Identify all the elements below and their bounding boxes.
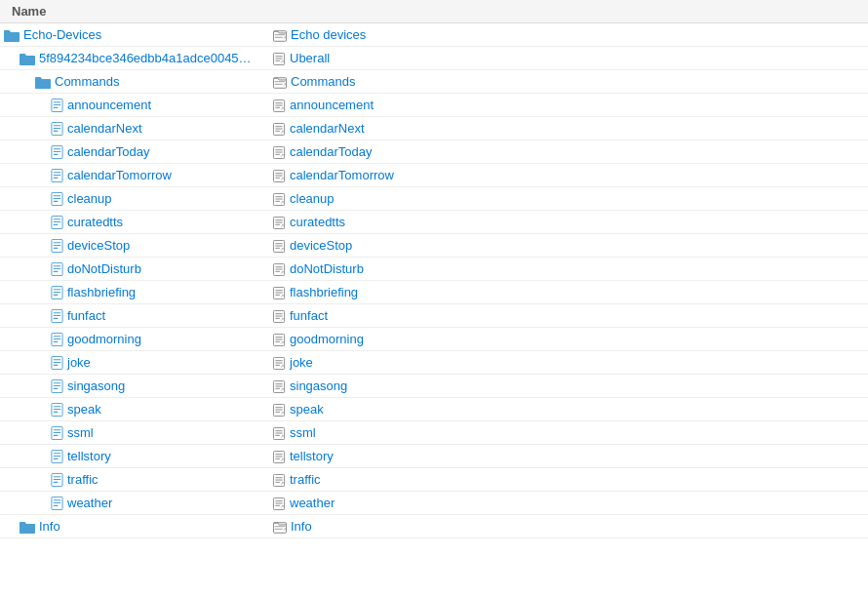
item-label[interactable]: cleanup <box>67 191 112 206</box>
ref-file-icon: ↗ <box>273 121 290 136</box>
list-item[interactable]: Commands ↗ Commands <box>0 70 868 94</box>
ref-label[interactable]: tellstory <box>290 449 334 463</box>
list-item[interactable]: traffic ↗ traffic <box>0 468 868 492</box>
list-item[interactable]: speak ↗ speak <box>0 398 868 421</box>
file-icon <box>51 449 67 464</box>
item-label[interactable]: traffic <box>67 472 99 487</box>
ref-label[interactable]: singasong <box>290 378 347 393</box>
file-icon <box>51 402 67 418</box>
cell-name: goodmorning <box>0 332 273 347</box>
item-label[interactable]: curatedtts <box>67 215 123 229</box>
list-item[interactable]: ssml ↗ ssml <box>0 421 868 445</box>
list-item[interactable]: calendarNext ↗ calendarNext <box>0 117 868 140</box>
cell-name: speak <box>0 402 273 418</box>
list-item[interactable]: doNotDisturb ↗ doNotDisturb <box>0 258 868 281</box>
item-label[interactable]: tellstory <box>67 449 111 463</box>
list-item[interactable]: deviceStop ↗ deviceStop <box>0 234 868 258</box>
cell-name: calendarToday <box>0 144 273 160</box>
list-item[interactable]: joke ↗ joke <box>0 351 868 375</box>
ref-file-icon: ↗ <box>273 355 290 370</box>
item-label[interactable]: calendarTomorrow <box>67 168 172 182</box>
list-item[interactable]: flashbriefing ↗ flashbriefing <box>0 281 868 304</box>
ref-label[interactable]: Info <box>291 519 312 534</box>
item-label[interactable]: calendarNext <box>67 121 142 136</box>
ref-file-icon: ↗ <box>273 308 290 323</box>
item-label[interactable]: doNotDisturb <box>67 261 141 276</box>
file-icon <box>51 285 67 300</box>
svg-text:↗: ↗ <box>280 60 284 64</box>
item-label[interactable]: weather <box>67 496 112 510</box>
item-label[interactable]: Info <box>39 519 60 534</box>
ref-label[interactable]: curatedtts <box>290 215 345 229</box>
ref-label[interactable]: deviceStop <box>290 238 352 253</box>
ref-label[interactable]: funfact <box>290 308 328 323</box>
ref-file-icon: ↗ <box>273 191 290 206</box>
ref-file-icon: ↗ <box>273 238 290 253</box>
cell-ref: ↗ joke <box>273 355 868 370</box>
list-item[interactable]: curatedtts ↗ curatedtts <box>0 211 868 234</box>
ref-label[interactable]: ssml <box>290 425 316 440</box>
cell-name: cleanup <box>0 191 273 207</box>
svg-text:↗: ↗ <box>280 434 284 439</box>
list-item[interactable]: announcement ↗ announcement <box>0 94 868 117</box>
item-label[interactable]: flashbriefing <box>67 285 136 299</box>
ref-label[interactable]: flashbriefing <box>290 285 358 299</box>
ref-label[interactable]: calendarToday <box>290 144 373 159</box>
svg-text:↗: ↗ <box>280 223 284 228</box>
list-item[interactable]: goodmorning ↗ goodmorning <box>0 328 868 351</box>
svg-text:↗: ↗ <box>280 106 284 111</box>
cell-ref: ↗ calendarTomorrow <box>273 168 868 182</box>
ref-label[interactable]: Uberall <box>290 51 330 65</box>
table-header: Name <box>0 0 868 23</box>
item-label[interactable]: Commands <box>55 74 119 89</box>
item-label[interactable]: ssml <box>67 425 94 440</box>
ref-label[interactable]: speak <box>290 402 324 417</box>
list-item[interactable]: 5f894234bce346edbb4a1adce0045… ↗ Uberall <box>0 47 868 70</box>
cell-name: weather <box>0 496 273 511</box>
ref-file-icon: ↗ <box>273 51 290 65</box>
list-item[interactable]: cleanup ↗ cleanup <box>0 187 868 211</box>
list-item[interactable]: calendarTomorrow ↗ calendarTomorrow <box>0 164 868 187</box>
item-label[interactable]: speak <box>67 402 101 417</box>
ref-label[interactable]: goodmorning <box>290 332 364 346</box>
file-icon <box>51 121 67 137</box>
svg-text:↗: ↗ <box>280 294 284 298</box>
ref-label[interactable]: Echo devices <box>291 27 366 42</box>
col-name-header: Name <box>8 4 281 19</box>
list-item[interactable]: tellstory ↗ tellstory <box>0 445 868 468</box>
svg-text:↗: ↗ <box>280 247 284 252</box>
item-label[interactable]: 5f894234bce346edbb4a1adce0045… <box>39 51 252 65</box>
cell-ref: ↗ calendarToday <box>273 144 868 159</box>
item-label[interactable]: Echo-Devices <box>23 27 101 42</box>
ref-label[interactable]: cleanup <box>290 191 335 206</box>
ref-label[interactable]: doNotDisturb <box>290 261 364 276</box>
ref-label[interactable]: traffic <box>290 472 321 487</box>
ref-label[interactable]: Commands <box>291 74 355 89</box>
item-label[interactable]: announcement <box>67 98 151 112</box>
ref-label[interactable]: announcement <box>290 98 374 112</box>
ref-label[interactable]: weather <box>290 496 335 510</box>
ref-folder-icon: ↗ <box>273 27 291 42</box>
svg-text:↗: ↗ <box>280 270 284 275</box>
svg-text:↗: ↗ <box>280 153 284 158</box>
list-item[interactable]: Echo-Devices ↗ Echo devices <box>0 23 868 47</box>
file-icon <box>51 425 67 441</box>
ref-folder-icon: ↗ <box>273 519 291 534</box>
item-label[interactable]: calendarToday <box>67 144 150 159</box>
cell-ref: ↗ doNotDisturb <box>273 261 868 276</box>
file-icon <box>51 472 67 488</box>
item-label[interactable]: singasong <box>67 378 125 393</box>
item-label[interactable]: goodmorning <box>67 332 141 346</box>
list-item[interactable]: singasong ↗ singasong <box>0 375 868 398</box>
item-label[interactable]: joke <box>67 355 91 370</box>
list-item[interactable]: weather ↗ weather <box>0 492 868 515</box>
list-item[interactable]: funfact ↗ funfact <box>0 304 868 328</box>
file-icon <box>51 215 67 230</box>
ref-label[interactable]: calendarNext <box>290 121 365 136</box>
item-label[interactable]: deviceStop <box>67 238 130 253</box>
list-item[interactable]: calendarToday ↗ calendarToday <box>0 140 868 164</box>
item-label[interactable]: funfact <box>67 308 105 323</box>
ref-label[interactable]: joke <box>290 355 313 370</box>
ref-label[interactable]: calendarTomorrow <box>290 168 394 182</box>
list-item[interactable]: Info ↗ Info <box>0 515 868 538</box>
